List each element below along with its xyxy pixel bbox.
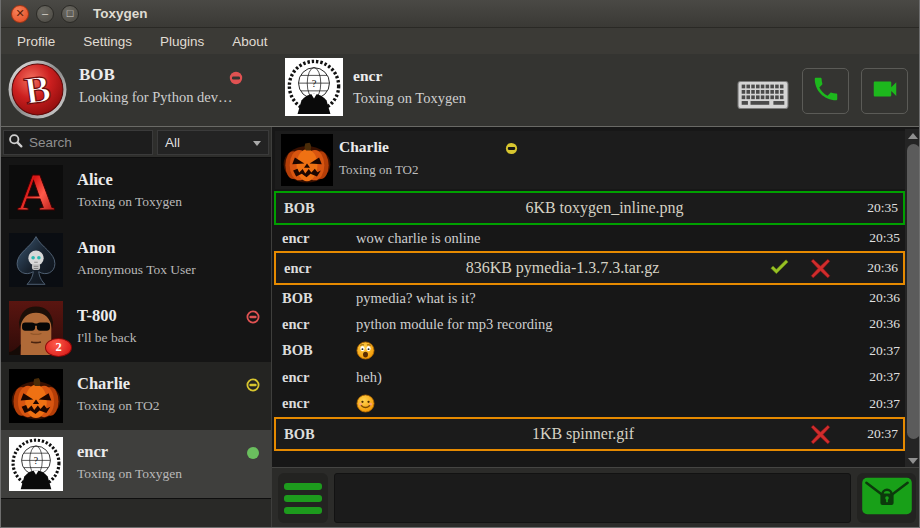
contact-filter-value: All (165, 135, 180, 150)
message-row: encr 20:37 (274, 390, 905, 417)
encrypted-send-icon (861, 477, 913, 519)
contact-row-t-800[interactable]: T-800 I'll be back 2 (1, 294, 271, 362)
message-row: encr python module for mp3 recording 20:… (274, 311, 905, 337)
message-row: encr heh) 20:37 (274, 364, 905, 390)
contact-row-encr[interactable]: ? encr Toxing on Toxygen (1, 430, 271, 498)
contact-list: A Alice Toxing on Toxygen Anon Anonymous… (1, 158, 271, 498)
titlebar: ✕ – □ Toxygen (1, 0, 919, 28)
scroll-up-icon[interactable] (905, 129, 920, 142)
chevron-down-icon (253, 141, 261, 146)
status-away-ring-icon (246, 378, 260, 392)
self-status-message: Looking for Python dev… (79, 89, 232, 106)
toxygen-window: ✕ – □ Toxygen ProfileSettingsPluginsAbou… (0, 0, 920, 528)
self-name: BOB (79, 65, 115, 85)
red-a-avatar: A (9, 165, 63, 219)
svg-text:?: ? (312, 78, 317, 89)
status-busy-ring-icon (246, 310, 260, 324)
chat-peer-name: encr (353, 67, 382, 85)
audio-call-button[interactable] (802, 68, 849, 114)
message-row: encr wow charlie is online 20:35 (274, 225, 905, 251)
video-call-button[interactable] (861, 68, 908, 114)
file-transfer-row[interactable]: BOB 1KB spinner.gif 20:37 (274, 417, 905, 451)
svg-text:?: ? (34, 455, 38, 466)
decline-file-cross-icon[interactable] (808, 256, 833, 281)
menubar: ProfileSettingsPluginsAbout (1, 28, 919, 54)
anonymous-mask-avatar: ? (9, 437, 63, 491)
maximize-icon[interactable]: □ (61, 5, 79, 23)
smile-smiley-icon (356, 394, 375, 413)
self-avatar[interactable]: B (7, 59, 68, 120)
scroll-down-icon[interactable] (905, 454, 920, 467)
status-online-icon (246, 446, 260, 460)
file-transfer-row[interactable]: encr 836KB pymedia-1.3.7.3.tar.gz 20:36 (274, 251, 905, 285)
sidebar-footer (1, 498, 271, 528)
menu-icon[interactable] (278, 473, 328, 523)
contact-row-charlie[interactable]: Charlie Toxing on TO2 (1, 362, 271, 430)
search-box (3, 130, 153, 155)
search-input[interactable] (27, 134, 152, 151)
pumpkin-avatar (9, 369, 63, 423)
conversation-peer-name: Charlie (339, 138, 389, 156)
menu-item-about[interactable]: About (218, 28, 281, 54)
message-list: BOB 6KB toxygen_inline.png 20:35 encr wo… (274, 191, 905, 451)
chat-peer-avatar: ? (285, 58, 343, 116)
conversation-peer-header: Charlie Toxing on TO2 (275, 131, 905, 189)
search-icon (4, 133, 27, 152)
send-button[interactable] (857, 473, 916, 523)
svg-text:A: A (17, 165, 55, 219)
contact-row-alice[interactable]: A Alice Toxing on Toxygen (1, 158, 271, 226)
minimize-icon[interactable]: – (36, 5, 54, 23)
phone-icon (811, 74, 841, 108)
chat-panel: Charlie Toxing on TO2 BOB 6KB toxygen_in… (271, 127, 920, 528)
close-icon[interactable]: ✕ (11, 5, 29, 23)
composer (272, 467, 920, 528)
menu-item-plugins[interactable]: Plugins (146, 28, 218, 54)
search-row: All (1, 127, 271, 158)
contact-row-anon[interactable]: Anon Anonymous Tox User (1, 226, 271, 294)
accept-file-check-icon[interactable] (767, 256, 792, 281)
video-camera-icon (870, 74, 900, 108)
sidebar: All A Alice Toxing on Toxygen Anon Anony… (1, 127, 271, 528)
message-row: BOB 20:37 (274, 337, 905, 364)
menu-item-profile[interactable]: Profile (3, 28, 69, 54)
window-title: Toxygen (93, 6, 148, 21)
keyboard-icon[interactable] (737, 80, 789, 110)
conversation-peer-status-away-icon (505, 142, 518, 155)
self-status-busy-icon (229, 71, 243, 85)
message-input[interactable] (334, 473, 851, 523)
chat-scrollbar[interactable] (905, 129, 920, 467)
header: B BOB Looking for Python dev… ? encr Tox… (1, 54, 919, 127)
contact-filter-dropdown[interactable]: All (157, 130, 269, 155)
scrollbar-thumb[interactable] (907, 144, 920, 439)
menu-item-settings[interactable]: Settings (69, 28, 146, 54)
file-transfer-row[interactable]: BOB 6KB toxygen_inline.png 20:35 (274, 191, 905, 225)
chat-peer-status-message: Toxing on Toxygen (353, 90, 466, 107)
decline-file-cross-icon[interactable] (808, 422, 833, 447)
conversation-peer-status-message: Toxing on TO2 (339, 162, 419, 178)
unread-badge: 2 (45, 338, 72, 357)
message-row: BOB pymedia? what is it? 20:36 (274, 285, 905, 311)
spade-skull-avatar (9, 233, 63, 287)
shocked-smiley-icon (356, 341, 375, 360)
conversation-peer-avatar (281, 134, 333, 186)
